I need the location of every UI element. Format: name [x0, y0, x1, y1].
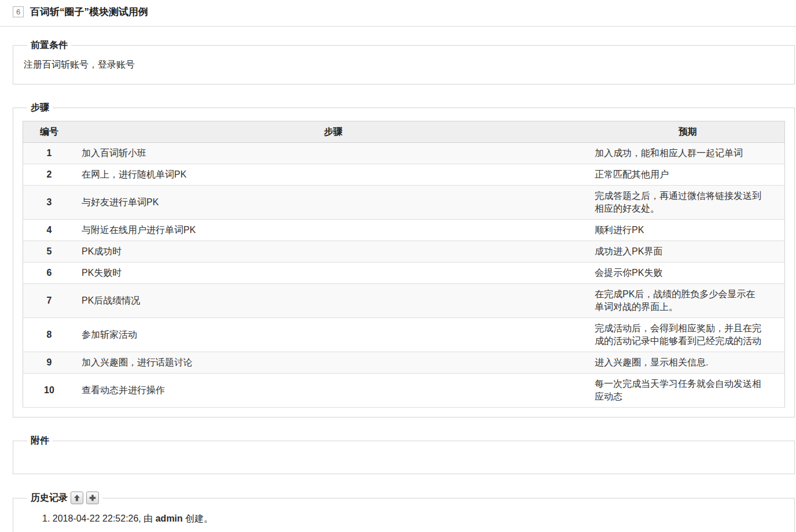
step-expected-cell: 每一次完成当天学习任务就会自动发送相应动态	[591, 374, 785, 408]
column-header-expected: 预期	[591, 121, 785, 143]
step-action-cell: 加入百词斩小班	[75, 143, 591, 164]
step-action-cell: PK失败时	[75, 263, 591, 284]
step-number-cell: 10	[23, 374, 76, 408]
step-expected-cell: 顺利进行PK	[591, 220, 785, 241]
step-action-cell: 在网上，进行随机单词PK	[75, 164, 591, 186]
test-case-id-badge: 6	[13, 6, 24, 17]
step-number-cell: 3	[23, 186, 76, 220]
history-add-button[interactable]	[86, 492, 99, 504]
attachments-legend: 附件	[27, 435, 53, 447]
header-divider	[0, 26, 796, 27]
preconditions-legend: 前置条件	[27, 39, 71, 51]
step-expected-cell: 完成答题之后，再通过微信将链接发送到相应的好友处。	[591, 186, 785, 220]
step-action-cell: 查看动态并进行操作	[75, 374, 591, 408]
history-legend: 历史记录	[27, 492, 102, 504]
table-row: 3与好友进行单词PK完成答题之后，再通过微信将链接发送到相应的好友处。	[23, 186, 785, 220]
step-number-cell: 4	[23, 220, 76, 241]
step-number-cell: 1	[23, 143, 76, 164]
step-expected-cell: 成功进入PK界面	[591, 241, 785, 263]
table-row: 7PK后战绩情况在完成PK后，战绩的胜负多少会显示在单词对战的界面上。	[23, 284, 785, 318]
history-section: 历史记录 1. 2018-04-22 22:52:26, 由 admin 创建。	[13, 492, 795, 532]
history-list: 1. 2018-04-22 22:52:26, 由 admin 创建。	[23, 512, 785, 525]
step-expected-cell: 会提示你PK失败	[591, 263, 785, 284]
step-action-cell: PK后战绩情况	[75, 284, 591, 318]
step-expected-cell: 正常匹配其他用户	[591, 164, 785, 186]
steps-table: 编号 步骤 预期 1加入百词斩小班加入成功，能和相应人群一起记单词2在网上，进行…	[23, 121, 785, 408]
step-number-cell: 9	[23, 352, 76, 374]
table-row: 1加入百词斩小班加入成功，能和相应人群一起记单词	[23, 143, 785, 164]
step-expected-cell: 完成活动后，会得到相应奖励，并且在完成的活动记录中能够看到已经完成的活动	[591, 318, 785, 352]
step-number-cell: 7	[23, 284, 76, 318]
step-action-cell: PK成功时	[75, 241, 591, 263]
test-case-page: 6 百词斩“圈子”模块测试用例 前置条件 注册百词斩账号，登录账号 步骤 编号 …	[0, 0, 796, 532]
step-number-cell: 6	[23, 263, 76, 284]
history-entry: 1. 2018-04-22 22:52:26, 由 admin 创建。	[42, 512, 785, 525]
page-header: 6 百词斩“圈子”模块测试用例	[0, 0, 796, 19]
table-row: 10查看动态并进行操作每一次完成当天学习任务就会自动发送相应动态	[23, 374, 785, 408]
history-collapse-button[interactable]	[71, 492, 83, 504]
table-row: 8参加斩家活动完成活动后，会得到相应奖励，并且在完成的活动记录中能够看到已经完成…	[23, 318, 785, 352]
step-expected-cell: 进入兴趣圈，显示相关信息.	[591, 352, 785, 374]
history-entry-action: 创建。	[185, 513, 213, 523]
history-entry-user: admin	[156, 513, 183, 523]
step-number-cell: 2	[23, 164, 76, 186]
history-entry-timestamp: 2018-04-22 22:52:26, 由	[53, 513, 153, 523]
step-action-cell: 与好友进行单词PK	[75, 186, 591, 220]
plus-icon	[89, 494, 97, 502]
table-row: 5PK成功时成功进入PK界面	[23, 241, 785, 263]
table-row: 6PK失败时会提示你PK失败	[23, 263, 785, 284]
preconditions-text: 注册百词斩账号，登录账号	[23, 54, 785, 75]
step-action-cell: 加入兴趣圈，进行话题讨论	[75, 352, 591, 374]
up-arrow-icon	[73, 494, 81, 502]
column-header-number: 编号	[23, 121, 76, 143]
step-action-cell: 与附近在线用户进行单词PK	[75, 220, 591, 241]
preconditions-section: 前置条件 注册百词斩账号，登录账号	[13, 39, 795, 84]
steps-legend: 步骤	[27, 102, 53, 114]
table-row: 2在网上，进行随机单词PK正常匹配其他用户	[23, 164, 785, 186]
column-header-step: 步骤	[75, 121, 591, 143]
attachments-empty-area	[23, 449, 785, 464]
attachments-section: 附件	[13, 435, 795, 474]
steps-table-body: 1加入百词斩小班加入成功，能和相应人群一起记单词2在网上，进行随机单词PK正常匹…	[23, 143, 785, 408]
steps-section: 步骤 编号 步骤 预期 1加入百词斩小班加入成功，能和相应人群一起记单词2在网上…	[13, 102, 795, 418]
steps-table-header-row: 编号 步骤 预期	[23, 121, 785, 143]
step-expected-cell: 在完成PK后，战绩的胜负多少会显示在单词对战的界面上。	[591, 284, 785, 318]
step-action-cell: 参加斩家活动	[75, 318, 591, 352]
history-legend-label: 历史记录	[31, 492, 68, 504]
history-entry-marker: 1.	[42, 513, 50, 523]
table-row: 4与附近在线用户进行单词PK顺利进行PK	[23, 220, 785, 241]
step-expected-cell: 加入成功，能和相应人群一起记单词	[591, 143, 785, 164]
table-row: 9加入兴趣圈，进行话题讨论进入兴趣圈，显示相关信息.	[23, 352, 785, 374]
step-number-cell: 8	[23, 318, 76, 352]
step-number-cell: 5	[23, 241, 76, 263]
page-title: 百词斩“圈子”模块测试用例	[30, 5, 148, 19]
